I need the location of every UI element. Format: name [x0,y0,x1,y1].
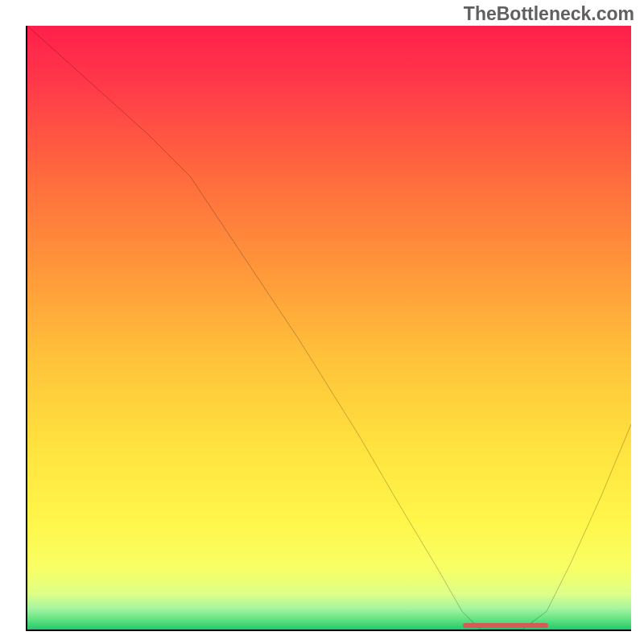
background-gradient [27,26,631,630]
watermark-text: TheBottleneck.com [464,3,634,25]
svg-rect-0 [27,26,631,630]
optimal-range-marker [463,623,547,628]
plot-area [26,26,631,631]
